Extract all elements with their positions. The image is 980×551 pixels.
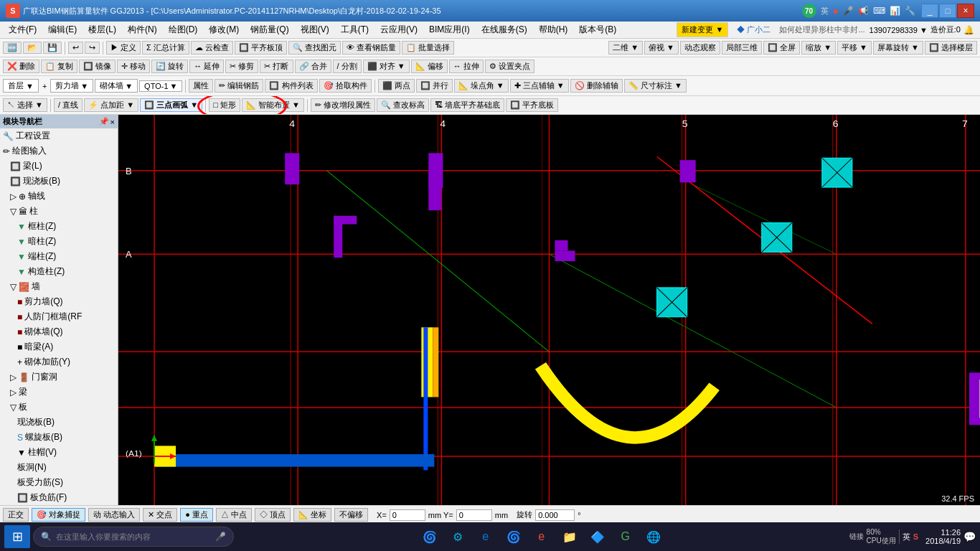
pan-btn[interactable]: 平移 ▼	[837, 41, 872, 55]
edit-rebar-btn[interactable]: ✏ 编辑钢筋	[215, 79, 263, 93]
menu-view[interactable]: 视图(V)	[295, 22, 335, 37]
taskbar-app-game[interactable]: 🔷	[585, 525, 611, 548]
wall-base-btn[interactable]: 🏗 墙底平齐基础底	[430, 98, 504, 112]
code-selector[interactable]: QTO-1 ▼	[139, 80, 182, 92]
flat-plate-btn[interactable]: 🔲 平齐底板	[506, 98, 558, 112]
grip-btn[interactable]: ⚙ 设置夹点	[485, 60, 534, 73]
sidebar-item-shear-wall[interactable]: ■ 剪力墙(Q)	[0, 294, 118, 309]
dynamic-view-btn[interactable]: 动态观察	[680, 41, 720, 55]
snap-vertex-btn[interactable]: ◇ 顶点	[255, 508, 291, 522]
snap-ortho-btn[interactable]: 正交	[3, 508, 29, 522]
snap-coord-btn[interactable]: 📐 坐标	[293, 508, 331, 522]
sidebar-item-dark-beam[interactable]: ■ 暗梁(A)	[0, 339, 118, 354]
wall-selector[interactable]: 剪力墙 ▼	[50, 79, 93, 93]
volume-icon[interactable]: 📢	[858, 6, 869, 16]
menu-quantity[interactable]: 钢筋量(Q)	[245, 22, 294, 37]
menu-edit[interactable]: 编辑(E)	[42, 22, 83, 37]
trim-btn[interactable]: ✂ 修剪	[225, 60, 258, 73]
component-list-btn[interactable]: 🔲 构件列表	[265, 79, 317, 93]
sidebar-item-beam[interactable]: 🔲 梁(L)	[0, 159, 118, 174]
sidebar-item-struct-col[interactable]: ▼ 构造柱(Z)	[0, 264, 118, 279]
new-change-btn[interactable]: 新建变更 ▼	[677, 22, 728, 37]
line-btn[interactable]: / 直线	[54, 98, 83, 112]
snap-endpoint-btn[interactable]: ● 重点	[180, 508, 213, 522]
sidebar-item-draw-input[interactable]: ✏ 绘图输入	[0, 143, 118, 159]
rotate2-btn[interactable]: 🔄 旋转	[151, 60, 188, 73]
notification-icon[interactable]: 💬	[963, 531, 976, 542]
corner-point-btn[interactable]: 📐 垛点角 ▼	[454, 79, 509, 93]
taskbar-search[interactable]: 🔍 在这里输入你要搜索的内容 🎤	[33, 527, 234, 547]
snap-intersect-btn[interactable]: ✕ 交点	[143, 508, 177, 522]
local-3d-btn[interactable]: 局部三维	[722, 41, 762, 55]
sidebar-item-col-group[interactable]: ▽ 🏛 柱	[0, 204, 118, 219]
guang-xiao-er[interactable]: ◆ 广小二	[732, 23, 775, 37]
break-btn[interactable]: ✂ 打断	[260, 60, 293, 73]
rect-btn[interactable]: □ 矩形	[209, 98, 240, 112]
menu-cloud[interactable]: 云应用(V)	[374, 22, 423, 37]
sidebar-item-end-col[interactable]: ▼ 端柱(Z)	[0, 249, 118, 264]
sidebar-item-frame-col[interactable]: ▼ 框柱(Z)	[0, 219, 118, 234]
mic-icon[interactable]: 🎤	[843, 6, 854, 16]
move-btn[interactable]: ✛ 移动	[117, 60, 150, 73]
x-input[interactable]	[390, 509, 425, 521]
point-dist-btn[interactable]: ⚡ 点加距 ▼	[84, 98, 138, 112]
mic-btn[interactable]: 🎤	[215, 532, 226, 542]
select-tool-btn[interactable]: ↖ 选择 ▼	[3, 98, 47, 112]
cloud-check-btn[interactable]: ☁ 云检查	[191, 41, 233, 55]
pick-btn[interactable]: 🎯 拾取构件	[319, 79, 372, 93]
del-aux-btn[interactable]: 🚫 删除辅轴	[570, 79, 623, 93]
sidebar-item-plate-rebar[interactable]: 板受力筋(S)	[0, 475, 118, 490]
menu-component[interactable]: 构件(N)	[122, 22, 163, 37]
snap-object-btn[interactable]: 🎯 对象捕捉	[32, 508, 85, 522]
sidebar-item-axis[interactable]: ▷ ⊕ 轴线	[0, 189, 118, 204]
offset-btn[interactable]: 📐 偏移	[411, 60, 448, 73]
merge-btn[interactable]: 🔗 合并	[295, 60, 331, 73]
sidebar-item-civdef-wall[interactable]: ■ 人防门框墙(RF	[0, 309, 118, 324]
extend-btn[interactable]: ↔ 延伸	[189, 60, 224, 73]
smart-layout-btn[interactable]: 📐 智能布置 ▼	[242, 98, 304, 112]
keyboard-icon[interactable]: ⌨	[873, 6, 885, 16]
menu-draw[interactable]: 绘图(D)	[163, 22, 204, 37]
close-button[interactable]: ×	[957, 4, 974, 18]
taskbar-app-settings[interactable]: ⚙	[445, 525, 471, 548]
sidebar-item-wall-group[interactable]: ▽ 🧱 墙	[0, 279, 118, 294]
sidebar-close-icon[interactable]: ×	[110, 118, 115, 126]
menu-file[interactable]: 文件(F)	[3, 22, 42, 37]
sidebar-item-plate-hole[interactable]: 板洞(N)	[0, 460, 118, 475]
taskbar-app-ie1[interactable]: e	[473, 525, 499, 548]
element-selector[interactable]: 砌体墙 ▼	[95, 79, 138, 93]
stretch-btn[interactable]: ↔ 拉伸	[449, 60, 484, 73]
snap-nooffset-btn[interactable]: 不偏移	[334, 508, 368, 522]
sidebar-item-cast-plate2[interactable]: 现浇板(B)	[0, 415, 118, 430]
taskbar-app-ie3[interactable]: e	[529, 525, 555, 548]
sidebar-item-project-settings[interactable]: 🔧 工程设置	[0, 128, 118, 143]
snap-midpoint-btn[interactable]: △ 中点	[216, 508, 252, 522]
property-btn[interactable]: 属性	[189, 79, 213, 93]
flat-top-btn[interactable]: 🔲 平齐板顶	[235, 41, 287, 55]
rotate-btn[interactable]: 屏幕旋转 ▼	[873, 41, 923, 55]
floor-selector[interactable]: 首层 ▼	[3, 79, 39, 93]
view-rebar-btn[interactable]: 👁 查看钢筋量	[342, 41, 400, 55]
three-point-aux-btn[interactable]: ✚ 三点辅轴 ▼	[510, 79, 569, 93]
tool-icon[interactable]: 🔧	[905, 6, 915, 16]
snap-dynamic-btn[interactable]: 动 动态输入	[88, 508, 140, 522]
sum-calc-btn[interactable]: Σ 汇总计算	[142, 41, 189, 55]
menu-bim[interactable]: BIM应用(I)	[423, 22, 476, 37]
menu-tools[interactable]: 工具(T)	[335, 22, 374, 37]
copy-btn[interactable]: 📋 复制	[41, 60, 77, 73]
sidebar-item-cast-plate[interactable]: 🔲 现浇板(B)	[0, 174, 118, 189]
new-btn[interactable]: 🆕	[3, 42, 22, 54]
sidebar-item-col-cap[interactable]: ▼ 柱帽(V)	[0, 445, 118, 460]
menu-floor[interactable]: 楼层(L)	[83, 22, 122, 37]
dim-btn[interactable]: 📏 尺寸标注 ▼	[624, 79, 687, 93]
menu-online[interactable]: 在线服务(S)	[476, 22, 533, 37]
ime-icon[interactable]: S	[913, 532, 918, 541]
open-btn[interactable]: 📂	[23, 42, 42, 54]
menu-version[interactable]: 版本号(B)	[573, 22, 622, 37]
sidebar-item-dark-col[interactable]: ▼ 暗柱(Z)	[0, 234, 118, 249]
minimize-button[interactable]: _	[921, 4, 938, 18]
lang-label[interactable]: 英	[903, 532, 910, 542]
y-input[interactable]	[456, 509, 492, 521]
split-btn[interactable]: / 分割	[333, 60, 362, 73]
maximize-button[interactable]: □	[939, 4, 956, 18]
